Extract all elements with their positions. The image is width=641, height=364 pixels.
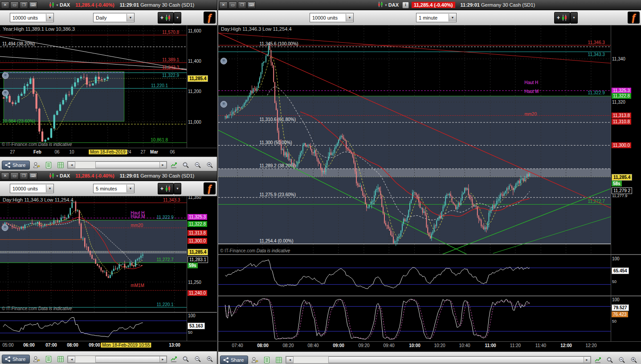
horizontal-scrollbar[interactable]: ◄ ► (286, 356, 591, 364)
grid-icon[interactable] (274, 355, 284, 364)
user-key-icon[interactable] (31, 354, 42, 364)
chevron-down-icon[interactable]: ▼ (46, 14, 53, 21)
auto-scale-icon[interactable] (168, 160, 179, 170)
symbol-dropdown-caret[interactable]: ▼ (384, 4, 388, 7)
units-select[interactable]: 10000 units▼ (10, 184, 54, 193)
minimize-icon[interactable]: ▭ (229, 1, 237, 9)
rsi-indicator-pane[interactable] (218, 255, 611, 295)
titlebar[interactable]: ✕ ▭ ❐ ⌨ ▼ DAX i 11,285.4 (-0.40%) 11:29:… (218, 0, 641, 10)
zoom-select-icon[interactable] (604, 355, 615, 364)
order-list-icon[interactable] (43, 160, 54, 170)
auto-scale-icon[interactable] (168, 354, 179, 364)
user-key-icon[interactable] (31, 160, 42, 170)
clock-market-label: 11:29:01 Germany 30 Cash (SD1) (120, 173, 195, 178)
zoom-in-icon[interactable] (204, 354, 215, 364)
stochastic-indicator-pane[interactable] (218, 296, 611, 341)
share-button[interactable]: Share (220, 356, 248, 364)
price-change-label: 11,285.4 (-0.40%) (75, 2, 114, 8)
timeframe-select[interactable]: 1 minute▼ (416, 13, 457, 22)
price-axis[interactable]: 11,34011,32011,325.311,322.811,313.811,3… (611, 25, 641, 254)
keyboard-icon[interactable]: ⌨ (29, 172, 37, 180)
price-chart[interactable]: 11,570.811,494 (38.20%)11,389.111,343.31… (0, 25, 187, 148)
maximize-icon[interactable]: ❐ (238, 1, 246, 9)
scroll-left-icon[interactable]: ◄ (286, 356, 294, 363)
window-buttons: ✕ ▭ ❐ ⌨ (1, 172, 37, 180)
scroll-left-icon[interactable]: ◄ (68, 162, 75, 168)
add-indicator-button[interactable]: + (158, 183, 174, 194)
close-icon[interactable]: ✕ (1, 1, 9, 9)
grid-icon[interactable] (55, 160, 66, 170)
share-button[interactable]: Share (2, 355, 30, 364)
keyboard-icon[interactable]: ⌨ (29, 1, 37, 9)
minimize-icon[interactable]: ▭ (10, 172, 19, 180)
chevron-down-icon[interactable]: ▼ (127, 14, 134, 21)
close-icon[interactable]: ✕ (219, 1, 228, 9)
chevron-down-icon[interactable]: ▼ (346, 14, 353, 21)
units-select[interactable]: 10000 units▼ (10, 13, 54, 22)
zoom-out-icon[interactable] (192, 160, 203, 170)
chart-type-dropdown[interactable]: ▼ (570, 12, 578, 24)
zoom-select-icon[interactable] (180, 354, 191, 364)
symbol-label: DAX (60, 2, 70, 8)
scrollbar-thumb[interactable] (95, 356, 160, 363)
time-axis[interactable]: 05:0006:0007:0008:0009:00Mon 18-Feb-2019… (0, 341, 217, 351)
maximize-icon[interactable]: ❐ (20, 1, 28, 9)
units-select[interactable]: 10000 units▼ (310, 13, 354, 22)
range-info-label: Day:High 11,346.3 Low 11,254.4 (221, 26, 292, 32)
minimize-icon[interactable]: ▭ (10, 1, 19, 9)
add-indicator-button[interactable]: + (554, 12, 570, 24)
scrollbar-thumb[interactable] (95, 162, 160, 168)
time-axis[interactable]: 27Feb0610Mon 18-Feb-20192427Mar06 (0, 148, 217, 157)
symbol-dropdown-caret[interactable]: ▼ (56, 174, 59, 178)
keyboard-icon[interactable]: ⌨ (247, 1, 256, 9)
price-axis[interactable]: 11,60011,40011,20011,00011,285.4 (187, 25, 217, 148)
scroll-right-icon[interactable]: ► (583, 356, 591, 363)
titlebar[interactable]: ✕ ▭ ❐ ⌨ ▼ DAX 11,285.4 (-0.40%) 11:29:01… (0, 0, 217, 10)
timeframe-select[interactable]: 5 minutes▼ (93, 184, 135, 193)
svg-text:mm20: mm20 (131, 223, 143, 228)
scroll-right-icon[interactable]: ► (159, 356, 167, 363)
zoom-in-icon[interactable] (204, 160, 215, 170)
time-axis[interactable]: 07:4008:0008:2008:4009:0009:2009:4010:00… (218, 341, 641, 352)
share-button[interactable]: Share (2, 161, 30, 170)
oscillator-axis[interactable]: 10053.16350 (187, 313, 217, 341)
chart-type-dropdown[interactable]: ▼ (174, 183, 181, 194)
chevron-down-icon[interactable]: ▼ (46, 185, 53, 192)
oscillator-indicator-pane[interactable] (0, 313, 187, 341)
horizontal-scrollbar[interactable]: ◄ ► (67, 356, 167, 363)
info-icon[interactable]: i (402, 2, 409, 8)
chart-type-dropdown[interactable]: ▼ (174, 12, 181, 24)
chevron-down-icon[interactable]: ▼ (449, 14, 456, 21)
symbol-label: DAX (60, 173, 70, 178)
add-indicator-button[interactable]: + (158, 12, 174, 24)
order-list-icon[interactable] (43, 354, 54, 364)
zoom-select-icon[interactable] (180, 160, 191, 170)
zoom-out-icon[interactable] (192, 354, 203, 364)
timeframe-select[interactable]: Daily▼ (93, 13, 135, 22)
user-key-icon[interactable] (249, 355, 260, 364)
close-icon[interactable]: ✕ (1, 172, 9, 180)
horizontal-scrollbar[interactable]: ◄ ► (67, 161, 167, 169)
maximize-icon[interactable]: ❐ (20, 172, 28, 180)
symbol-dropdown-caret[interactable]: ▼ (56, 4, 59, 7)
order-list-icon[interactable] (261, 355, 272, 364)
svg-text:11,272.7: 11,272.7 (157, 257, 174, 262)
scroll-left-icon[interactable]: ◄ (68, 356, 75, 363)
zoom-out-icon[interactable] (617, 355, 627, 364)
price-chart[interactable]: 11,343.3Haut HHaut M11,322.9mm2011,272.7… (0, 196, 187, 312)
rsi-axis[interactable]: 10065.45450 (611, 255, 641, 295)
scroll-right-icon[interactable]: ► (159, 162, 167, 168)
scrollbar-thumb[interactable] (328, 356, 584, 363)
svg-text:11,275.9 (23.60%): 11,275.9 (23.60%) (260, 192, 296, 197)
price-chart[interactable]: 11,345.6 (100.00%)11,310.6 (61.80%)11,30… (218, 25, 611, 254)
stochastic-axis[interactable]: 10079.52776.42350 (611, 296, 641, 341)
titlebar[interactable]: ✕ ▭ ❐ ⌨ ▼ DAX 11,285.4 (-0.40%) 11:29:01… (0, 171, 217, 181)
auto-scale-icon[interactable] (592, 355, 603, 364)
grid-icon[interactable] (55, 354, 66, 364)
price-axis[interactable]: 11,35011,25011,325.311,322.811,313.811,3… (187, 196, 217, 312)
svg-text:11,322.9: 11,322.9 (588, 90, 605, 95)
itfinance-logo: f (204, 12, 216, 24)
chevron-down-icon[interactable]: ▼ (127, 185, 134, 192)
svg-text:11,343.3: 11,343.3 (162, 65, 180, 70)
zoom-in-icon[interactable] (629, 355, 639, 364)
